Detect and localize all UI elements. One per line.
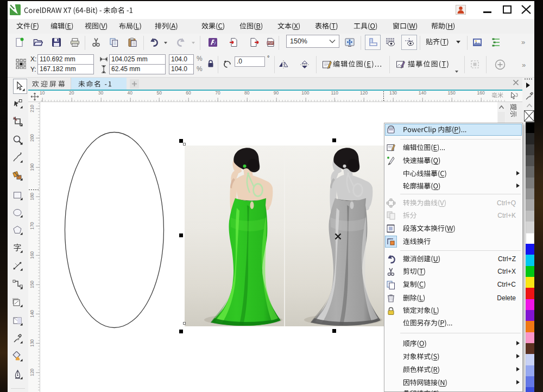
svg-text:PDF: PDF (268, 41, 274, 45)
